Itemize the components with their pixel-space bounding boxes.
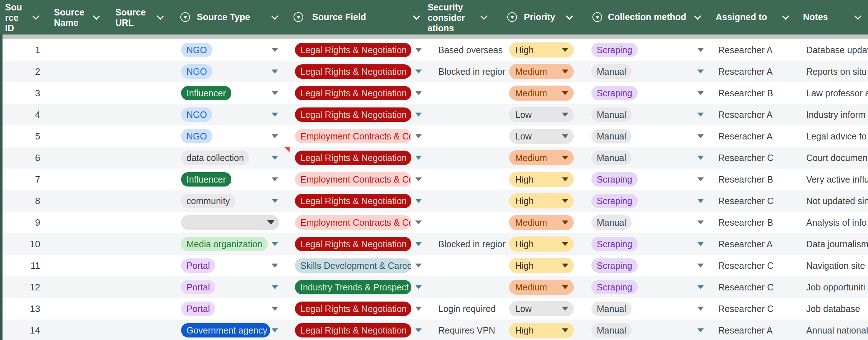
cell-collection-method[interactable]: Manual — [591, 104, 696, 125]
cell-source-id[interactable]: 10 — [3, 233, 40, 255]
cell-assigned-to[interactable]: Researcher C — [718, 190, 801, 212]
cell-source-field[interactable]: Employment Contracts & Co — [295, 169, 411, 190]
dropdown-arrow-icon[interactable] — [415, 285, 422, 289]
source-field-chip[interactable]: Legal Rights & Negotiation — [295, 107, 411, 122]
cell-notes[interactable]: Legal advice fo — [806, 125, 868, 147]
cell-source-field[interactable]: Legal Rights & Negotiation — [295, 82, 411, 104]
cell-source-id[interactable]: 13 — [3, 298, 40, 320]
cell-source-id[interactable]: 12 — [3, 276, 40, 298]
cell-collection-method[interactable]: Scraping — [591, 82, 696, 104]
dropdown-arrow-icon[interactable] — [272, 134, 278, 138]
source-field-chip[interactable]: Legal Rights & Negotiation — [295, 86, 411, 100]
column-menu-chevron-icon[interactable] — [272, 14, 278, 20]
source-type-chip[interactable]: Influencer — [181, 172, 231, 187]
dropdown-arrow-icon[interactable] — [272, 264, 278, 268]
priority-chip[interactable]: Medium — [509, 150, 574, 165]
source-field-chip[interactable]: Skills Development & Career — [295, 258, 411, 273]
source-type-chip[interactable]: Portal — [181, 258, 215, 273]
cell-source-type[interactable]: Portal — [181, 276, 270, 298]
dropdown-arrow-icon[interactable] — [697, 264, 704, 268]
cell-assigned-to[interactable]: Researcher A — [718, 104, 801, 125]
dropdown-arrow-icon[interactable] — [697, 70, 704, 74]
cell-source-field[interactable]: Legal Rights & Negotiation — [295, 104, 411, 125]
cell-notes[interactable]: Industry inform — [806, 104, 868, 125]
source-type-chip[interactable]: Government agency — [181, 323, 270, 337]
cell-assigned-to[interactable]: Researcher A — [718, 320, 801, 340]
cell-assigned-to[interactable]: Researcher A — [718, 233, 801, 255]
cell-notes[interactable]: Navigation site — [806, 255, 868, 276]
dropdown-arrow-icon[interactable] — [272, 91, 278, 95]
source-field-chip[interactable]: Legal Rights & Negotiation — [295, 302, 411, 316]
dropdown-arrow-icon[interactable] — [415, 91, 422, 95]
collection-method-chip[interactable]: Scraping — [591, 258, 638, 273]
cell-source-field[interactable]: Skills Development & Career — [295, 255, 411, 276]
cell-notes[interactable]: Reports on situ — [806, 61, 868, 82]
column-menu-chevron-icon[interactable] — [33, 14, 39, 20]
cell-security-considerations[interactable] — [438, 169, 505, 190]
cell-source-id[interactable]: 8 — [3, 190, 40, 212]
source-field-chip[interactable]: Employment Contracts & Co — [295, 129, 411, 143]
cell-security-considerations[interactable]: Login required — [438, 298, 505, 320]
cell-assigned-to[interactable]: Reseracher A — [718, 125, 801, 147]
cell-source-type[interactable]: Government agency — [181, 320, 270, 340]
source-field-chip[interactable]: Legal Rights & Negotiation — [295, 64, 411, 79]
cell-source-type[interactable]: NGO — [181, 104, 270, 125]
source-field-chip[interactable]: Employment Contracts & Co — [295, 215, 411, 230]
source-type-chip[interactable]: Media organization — [181, 237, 268, 251]
source-field-chip[interactable]: Employment Contracts & Co — [295, 172, 411, 187]
collection-method-chip[interactable]: Scraping — [591, 194, 638, 208]
column-menu-chevron-icon[interactable] — [481, 14, 487, 20]
cell-notes[interactable]: Very active influ — [806, 169, 868, 190]
cell-source-field[interactable]: Legal Rights & Negotiation — [295, 298, 411, 320]
cell-collection-method[interactable]: Manual — [591, 298, 696, 320]
cell-security-considerations[interactable]: Blocked in region — [438, 233, 505, 255]
cell-notes[interactable]: Analysis of info — [806, 212, 868, 233]
collection-method-chip[interactable]: Manual — [591, 107, 632, 122]
dropdown-arrow-icon[interactable] — [415, 221, 422, 225]
cell-source-field[interactable]: Legal Rights & Negotiation — [295, 320, 411, 340]
dropdown-arrow-icon[interactable] — [272, 199, 278, 203]
source-type-chip[interactable]: NGO — [181, 107, 212, 122]
source-type-chip[interactable]: NGO — [181, 129, 212, 143]
priority-chip[interactable]: Low — [509, 301, 574, 316]
dropdown-arrow-icon[interactable] — [272, 113, 278, 117]
cell-source-id[interactable]: 11 — [3, 255, 40, 276]
dropdown-arrow-icon[interactable] — [415, 156, 422, 160]
dropdown-arrow-icon[interactable] — [697, 307, 704, 311]
collection-method-chip[interactable]: Scraping — [591, 237, 638, 251]
dropdown-arrow-icon[interactable] — [697, 156, 704, 160]
dropdown-arrow-icon[interactable] — [697, 221, 704, 225]
dropdown-arrow-icon[interactable] — [697, 48, 704, 52]
column-menu-chevron-icon[interactable] — [695, 14, 701, 20]
source-field-chip[interactable]: Legal Rights & Negotiation — [295, 194, 411, 208]
column-menu-chevron-icon[interactable] — [414, 14, 420, 20]
cell-source-id[interactable]: 7 — [3, 169, 40, 190]
cell-notes[interactable]: Job database — [806, 298, 868, 320]
dropdown-arrow-icon[interactable] — [415, 264, 422, 268]
dropdown-arrow-icon[interactable] — [272, 70, 278, 74]
cell-source-type[interactable]: NGO — [181, 39, 270, 61]
collection-method-chip[interactable]: Manual — [591, 215, 632, 230]
cell-source-type[interactable]: NGO — [181, 61, 270, 82]
column-menu-chevron-icon[interactable] — [855, 14, 861, 20]
dropdown-arrow-icon[interactable] — [697, 91, 704, 95]
collection-method-chip[interactable]: Scraping — [591, 43, 638, 57]
priority-chip[interactable]: High — [509, 236, 574, 252]
dropdown-arrow-icon[interactable] — [697, 134, 704, 138]
source-type-chip[interactable]: community — [181, 194, 235, 208]
priority-chip[interactable]: High — [509, 258, 574, 273]
priority-chip[interactable]: Low — [509, 129, 574, 144]
cell-assigned-to[interactable]: Researcher A — [718, 61, 801, 82]
priority-chip[interactable]: High — [509, 42, 574, 58]
dropdown-arrow-icon[interactable] — [272, 242, 278, 246]
cell-source-id[interactable]: 6 — [3, 147, 40, 169]
collection-method-chip[interactable]: Manual — [591, 151, 632, 165]
collection-method-chip[interactable]: Manual — [591, 64, 632, 79]
dropdown-arrow-icon[interactable] — [272, 328, 278, 332]
priority-chip[interactable]: High — [509, 323, 574, 338]
source-type-chip[interactable]: NGO — [181, 64, 212, 79]
cell-collection-method[interactable]: Manual — [591, 320, 696, 340]
collection-method-chip[interactable]: Scraping — [591, 172, 638, 187]
cell-source-id[interactable]: 4 — [3, 104, 40, 125]
cell-security-considerations[interactable] — [438, 276, 505, 298]
